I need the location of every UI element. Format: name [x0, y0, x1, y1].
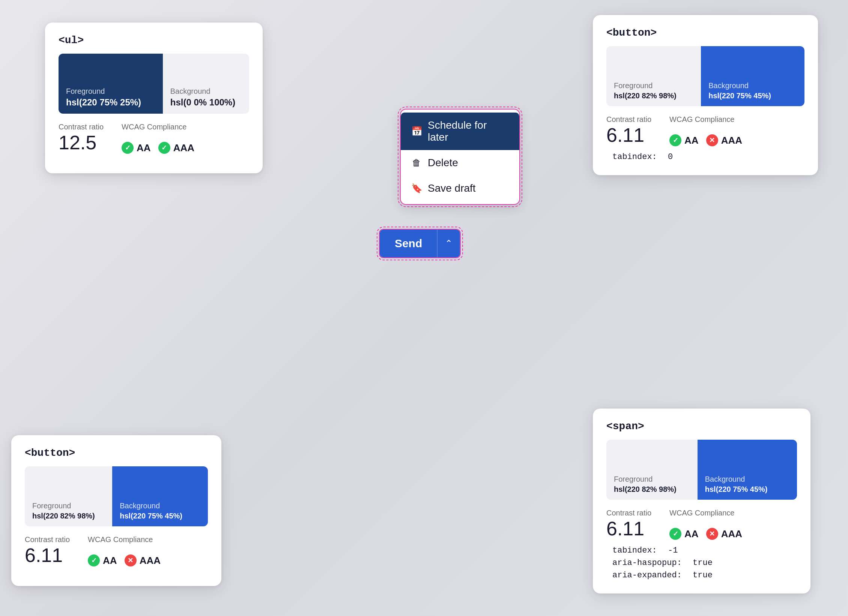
span-wcag-group: WCAG Compliance ✓ AA ✕ AAA [669, 509, 742, 540]
chevron-up-icon: ⌃ [445, 238, 453, 248]
button-bottom-card: <button> Foreground hsl(220 82% 98%) Bac… [11, 435, 221, 586]
ul-fg-label: Foreground [66, 87, 155, 96]
ul-contrast-value: 12.5 [59, 133, 104, 152]
span-expanded-label: aria-expanded: [612, 571, 682, 580]
button-top-card: <button> Foreground hsl(220 82% 98%) Bac… [593, 15, 818, 175]
ul-contrast-label: Contrast ratio [59, 123, 104, 131]
button-top-aaa-icon: ✕ [706, 134, 718, 146]
span-contrast-label: Contrast ratio [606, 509, 651, 517]
ul-wcag-group: WCAG Compliance ✓ AA ✓ AAA [122, 123, 194, 154]
button-bottom-color-blocks: Foreground hsl(220 82% 98%) Background h… [25, 466, 208, 526]
ul-background-block: Background hsl(0 0% 100%) [163, 54, 249, 114]
send-button-container: Send ⌃ [379, 229, 461, 258]
span-aria-haspopup: aria-haspopup: true [606, 558, 797, 568]
button-top-contrast-group: Contrast ratio 6.11 [606, 115, 651, 145]
ul-wcag-label: WCAG Compliance [122, 123, 194, 131]
button-top-fg-label: Foreground [614, 81, 693, 90]
button-top-tabindex-label: tabindex: [612, 152, 657, 162]
span-bg-label: Background [705, 475, 789, 484]
span-tabindex: tabindex: -1 [606, 546, 797, 555]
button-top-wcag-group: WCAG Compliance ✓ AA ✕ AAA [669, 115, 742, 146]
ul-aa-label: AA [137, 142, 151, 154]
span-color-blocks: Foreground hsl(220 82% 98%) Background h… [606, 440, 797, 500]
ul-bg-value: hsl(0 0% 100%) [170, 97, 242, 108]
span-haspopup-label: aria-haspopup: [612, 558, 682, 568]
dropdown-item-delete[interactable]: 🗑 Delete [401, 150, 519, 176]
span-card-tag: <span> [606, 421, 797, 432]
ul-bg-label: Background [170, 87, 242, 96]
button-bottom-contrast-label: Contrast ratio [25, 535, 70, 544]
ul-aa-badge: ✓ AA [122, 142, 151, 154]
button-top-wcag-label: WCAG Compliance [669, 115, 742, 124]
button-top-aaa-badge: ✕ AAA [706, 134, 742, 146]
span-haspopup-value: true [693, 558, 713, 568]
span-aria-expanded: aria-expanded: true [606, 571, 797, 580]
span-tabindex-label: tabindex: [612, 546, 657, 555]
button-top-metrics: Contrast ratio 6.11 WCAG Compliance ✓ AA… [606, 115, 804, 146]
trash-icon: 🗑 [411, 158, 422, 168]
span-bg-value: hsl(220 75% 45%) [705, 485, 789, 494]
ul-metrics: Contrast ratio 12.5 WCAG Compliance ✓ AA… [59, 123, 249, 154]
send-button[interactable]: Send [380, 230, 437, 257]
button-bottom-tag: <button> [25, 447, 208, 459]
span-wcag-items: ✓ AA ✕ AAA [669, 528, 742, 540]
span-tabindex-value: -1 [668, 546, 678, 555]
ul-foreground-block: Foreground hsl(220 75% 25%) [59, 54, 163, 114]
ul-card: <ul> Foreground hsl(220 75% 25%) Backgro… [45, 23, 263, 173]
span-fg-block: Foreground hsl(220 82% 98%) [606, 440, 698, 500]
span-aa-label: AA [684, 528, 699, 540]
button-top-bg-block: Background hsl(220 75% 45%) [701, 46, 804, 106]
button-bottom-contrast-value: 6.11 [25, 545, 70, 565]
save-draft-label: Save draft [428, 182, 476, 194]
button-top-fg-block: Foreground hsl(220 82% 98%) [606, 46, 701, 106]
button-bottom-wcag-items: ✓ AA ✕ AAA [88, 554, 161, 566]
span-contrast-value: 6.11 [606, 519, 651, 538]
delete-label: Delete [428, 157, 458, 169]
button-bottom-fg-block: Foreground hsl(220 82% 98%) [25, 466, 112, 526]
span-wcag-label: WCAG Compliance [669, 509, 742, 517]
button-top-fg-value: hsl(220 82% 98%) [614, 92, 693, 100]
span-card: <span> Foreground hsl(220 82% 98%) Backg… [593, 409, 810, 593]
button-bottom-fg-label: Foreground [32, 502, 105, 510]
button-bottom-wcag-label: WCAG Compliance [88, 535, 161, 544]
button-bottom-metrics: Contrast ratio 6.11 WCAG Compliance ✓ AA… [25, 535, 208, 566]
ul-aaa-badge: ✓ AAA [158, 142, 194, 154]
button-top-tabindex-value: 0 [668, 152, 673, 162]
ul-aa-icon: ✓ [122, 142, 134, 154]
button-top-tag: <button> [606, 27, 804, 39]
button-bottom-contrast-group: Contrast ratio 6.11 [25, 535, 70, 565]
span-aaa-icon: ✕ [706, 528, 718, 540]
button-top-bg-label: Background [708, 81, 797, 90]
button-bottom-bg-label: Background [120, 502, 200, 510]
button-bottom-fg-value: hsl(220 82% 98%) [32, 512, 105, 520]
button-bottom-wcag-group: WCAG Compliance ✓ AA ✕ AAA [88, 535, 161, 566]
span-aa-icon: ✓ [669, 528, 681, 540]
dropdown-item-save-draft[interactable]: 🔖 Save draft [401, 176, 519, 201]
span-metrics: Contrast ratio 6.11 WCAG Compliance ✓ AA… [606, 509, 797, 540]
ul-wcag-items: ✓ AA ✓ AAA [122, 142, 194, 154]
button-top-aa-label: AA [684, 135, 699, 146]
button-bottom-aa-badge: ✓ AA [88, 554, 117, 566]
button-bottom-aa-icon: ✓ [88, 554, 100, 566]
ul-contrast-group: Contrast ratio 12.5 [59, 123, 104, 152]
span-contrast-group: Contrast ratio 6.11 [606, 509, 651, 538]
button-bottom-bg-block: Background hsl(220 75% 45%) [112, 466, 208, 526]
span-aaa-badge: ✕ AAA [706, 528, 742, 540]
button-top-aa-icon: ✓ [669, 134, 681, 146]
button-bottom-aaa-badge: ✕ AAA [125, 554, 161, 566]
span-expanded-value: true [693, 571, 713, 580]
send-chevron-button[interactable]: ⌃ [437, 230, 460, 257]
button-top-wcag-items: ✓ AA ✕ AAA [669, 134, 742, 146]
button-bottom-aaa-label: AAA [140, 555, 161, 566]
dropdown-item-schedule[interactable]: 📅 Schedule for later [401, 113, 519, 150]
button-bottom-bg-value: hsl(220 75% 45%) [120, 512, 200, 520]
ul-card-tag: <ul> [59, 35, 249, 46]
ul-fg-value: hsl(220 75% 25%) [66, 97, 155, 108]
calendar-icon: 📅 [411, 126, 422, 137]
button-top-contrast-value: 6.11 [606, 125, 651, 145]
span-fg-label: Foreground [614, 475, 690, 484]
button-top-aa-badge: ✓ AA [669, 134, 699, 146]
button-top-aaa-label: AAA [721, 135, 742, 146]
bookmark-icon: 🔖 [411, 183, 422, 194]
schedule-label: Schedule for later [428, 119, 509, 143]
